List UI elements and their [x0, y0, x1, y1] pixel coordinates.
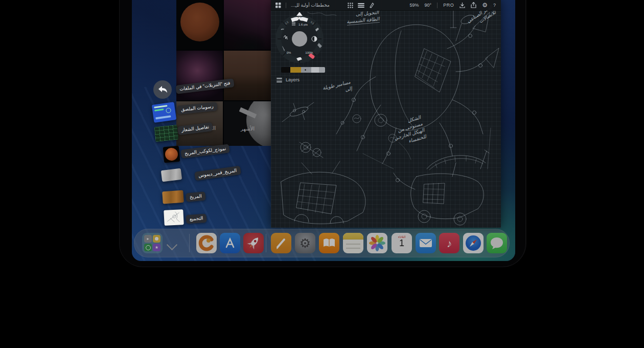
- drag-label: المريخ: [186, 191, 205, 202]
- music-note-icon: ♪: [447, 238, 452, 249]
- ipad-screen: الكل الأشهر: [132, 0, 515, 261]
- sketch-app-window: التحويل إلى الطاقة الشمسية القمر الصناعي…: [271, 0, 501, 228]
- swatch-gold[interactable]: [290, 67, 301, 73]
- svg-text:1.6: 1.6: [297, 15, 302, 18]
- svg-text:1.6 pts: 1.6 pts: [298, 23, 308, 26]
- swatch-midgray[interactable]: [319, 67, 325, 73]
- drag-back-button[interactable]: [153, 80, 172, 99]
- pro-button[interactable]: PRO: [443, 3, 454, 8]
- layers-button[interactable]: Layers: [277, 77, 300, 83]
- zoom-readout: 59%: [410, 3, 419, 8]
- dots-grid-icon[interactable]: [348, 3, 353, 8]
- ipad-device-frame: الكل الأشهر: [119, 0, 526, 267]
- photo-library-panel: الكل الأشهر: [176, 0, 271, 146]
- swatch-black[interactable]: [281, 67, 290, 73]
- dock: ▸ ★ ⚙: [134, 229, 510, 257]
- dock-app-books[interactable]: [319, 233, 339, 253]
- dock-app-appstore[interactable]: [220, 233, 240, 253]
- drag-thumb-assembly-sketch[interactable]: [164, 209, 184, 226]
- dock-app-photos[interactable]: [367, 233, 387, 253]
- drag-thumb-mars-texture[interactable]: [162, 190, 184, 204]
- calendar-day: 1: [392, 238, 412, 249]
- mini-app-gray: ▸: [144, 235, 152, 243]
- gallery-grid-icon[interactable]: [275, 3, 281, 8]
- drag-thumb-deimos[interactable]: [161, 168, 182, 182]
- mini-app-green: [144, 244, 152, 251]
- dock-app-music[interactable]: ♪: [439, 233, 459, 253]
- gear-icon: ⚙: [300, 237, 311, 250]
- reply-arrow-icon: [157, 85, 168, 94]
- dock-app-calendar[interactable]: الثلاثاء 1: [392, 233, 412, 253]
- svg-text:100%: 100%: [305, 51, 313, 54]
- photos-dim-overlay: [176, 0, 271, 146]
- drag-thumb-stickers[interactable]: [152, 102, 176, 123]
- help-button[interactable]: ?: [493, 3, 496, 8]
- dock-app-notes[interactable]: [343, 233, 363, 253]
- import-icon[interactable]: [459, 3, 465, 8]
- pen-nib-icon[interactable]: [369, 3, 375, 8]
- dock-app-sketch-pen[interactable]: [271, 233, 291, 253]
- dock-divider: [189, 234, 190, 252]
- dock-app-mail[interactable]: [416, 233, 436, 253]
- drag-label: التجميع: [186, 214, 207, 224]
- dock-collapse-chevron-icon[interactable]: [167, 240, 177, 250]
- drag-thumb-mars-model[interactable]: [163, 146, 180, 163]
- app-toolbar: مخططات أولية لل... 59% 90° PRO: [271, 0, 501, 11]
- dock-app-c-swirl[interactable]: [196, 233, 217, 253]
- swatch-lightgray[interactable]: [311, 67, 319, 73]
- mini-app-yellow: [153, 235, 160, 243]
- dock-app-settings[interactable]: ⚙: [295, 233, 315, 253]
- layers-label: Layers: [286, 77, 300, 82]
- dock-app-safari[interactable]: [463, 233, 484, 253]
- svg-text:0%: 0%: [287, 51, 291, 54]
- selected-swatch-dot: [305, 69, 306, 71]
- document-title: مخططات أولية لل...: [291, 3, 330, 8]
- dock-folder[interactable]: ▸ ★: [142, 233, 163, 253]
- settings-gear-icon[interactable]: ⚙: [482, 2, 488, 8]
- color-swatch-bar[interactable]: [281, 67, 325, 73]
- dock-app-messages[interactable]: [487, 233, 507, 253]
- share-icon[interactable]: [471, 2, 476, 8]
- dock-app-rocket[interactable]: [243, 233, 264, 253]
- brush-lines-icon[interactable]: [358, 3, 364, 8]
- rotation-readout: 90°: [425, 3, 432, 8]
- drag-thumb-blueprint[interactable]: [154, 125, 179, 142]
- mini-app-purple: ★: [153, 244, 160, 251]
- tool-wheel[interactable]: 1.6 3.3 5.5 1.6 pts 0% 100%: [275, 12, 324, 63]
- toolbar-divider: [286, 3, 286, 8]
- layers-icon: [277, 77, 282, 83]
- segment-months[interactable]: الأشهر: [241, 126, 255, 132]
- dock-divider: [266, 234, 266, 252]
- swatch-gray[interactable]: [301, 67, 311, 73]
- toolbar-divider: [437, 3, 438, 8]
